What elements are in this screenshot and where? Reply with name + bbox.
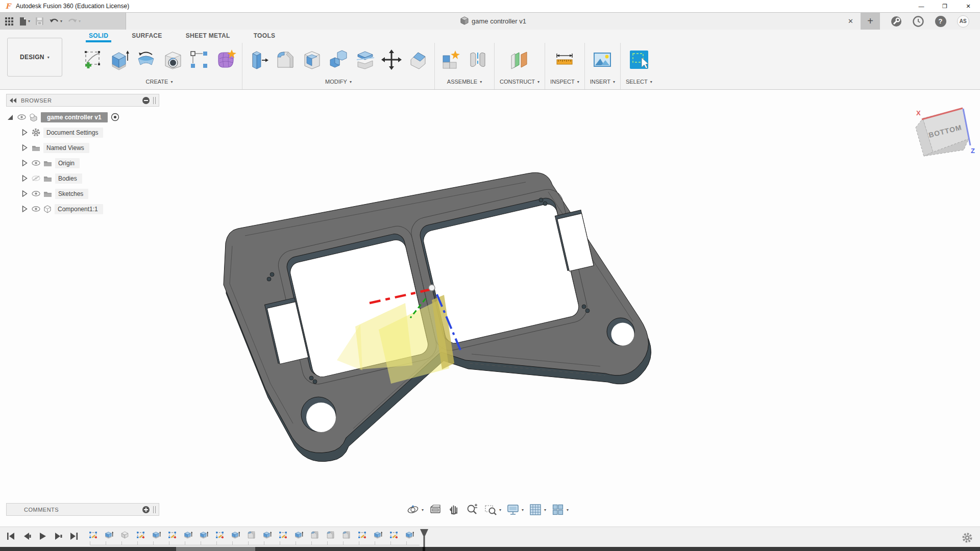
timeline-feature-extrude[interactable] (151, 530, 161, 540)
job-status-icon[interactable] (913, 16, 924, 27)
browser-item-label[interactable]: Origin (55, 158, 80, 168)
revolve-icon[interactable] (135, 48, 157, 71)
browser-item-label[interactable]: Component1:1 (55, 204, 103, 214)
timeline-feature-extrude[interactable] (373, 530, 383, 540)
extensions-icon[interactable] (891, 16, 902, 27)
pan-button[interactable] (447, 503, 460, 516)
new-tab-button[interactable]: + (861, 13, 880, 30)
save-button[interactable] (34, 15, 45, 27)
timeline-feature-extrude[interactable] (104, 530, 114, 540)
tab-solid[interactable]: SOLID (86, 32, 111, 40)
timeline-feature-sketch[interactable] (278, 530, 288, 540)
expand-arrow-icon[interactable] (20, 159, 29, 167)
rectangular-pattern-icon[interactable] (188, 48, 210, 71)
create-sketch-icon[interactable] (82, 48, 104, 71)
combine-icon[interactable] (327, 48, 350, 71)
add-comment-icon[interactable] (142, 506, 150, 514)
tab-tools[interactable]: TOOLS (251, 32, 279, 40)
app-grid-icon[interactable] (3, 15, 15, 28)
expand-arrow-icon[interactable] (20, 205, 29, 213)
visibility-eye-icon[interactable] (17, 114, 26, 120)
skip-to-end-button[interactable] (68, 531, 80, 542)
chevron-down-icon[interactable]: ▾ (567, 508, 569, 512)
play-button[interactable] (37, 531, 48, 542)
step-forward-button[interactable] (53, 531, 64, 542)
create-form-icon[interactable] (214, 48, 237, 71)
timeline-feature-extrude[interactable] (262, 530, 272, 540)
timeline-feature-sketch[interactable] (357, 530, 367, 540)
browser-item-document-settings[interactable]: Document Settings (6, 126, 159, 139)
panel-grip-handle[interactable] (153, 506, 156, 513)
hole-icon[interactable] (161, 48, 184, 71)
timeline-feature-extrude[interactable] (293, 530, 304, 540)
zoom-window-button[interactable]: ▾ (484, 503, 501, 516)
move-copy-icon[interactable] (380, 48, 403, 71)
shell-icon[interactable] (301, 48, 323, 71)
expand-arrow-icon[interactable] (20, 129, 29, 136)
viewcube-x-label[interactable]: X (916, 109, 921, 117)
timeline-feature-fillet[interactable] (325, 530, 335, 540)
joint-icon[interactable] (467, 48, 489, 71)
minimize-button[interactable]: — (910, 0, 933, 12)
sketch-origin-point[interactable] (429, 285, 435, 291)
browser-item-sketches[interactable]: Sketches (6, 187, 159, 200)
insert-image-icon[interactable] (591, 48, 614, 71)
workspace-selector[interactable]: DESIGN ▾ (7, 38, 62, 77)
timeline-settings-gear-icon[interactable] (962, 532, 973, 543)
panel-grip-handle[interactable] (153, 97, 156, 104)
browser-item-named-views[interactable]: Named Views (6, 141, 159, 154)
avatar[interactable]: AS (957, 15, 969, 28)
construct-group-label[interactable]: CONSTRUCT▾ (500, 77, 540, 87)
timeline-feature-sketch[interactable] (167, 530, 177, 540)
fillet-icon[interactable] (274, 48, 297, 71)
collapse-left-icon[interactable] (10, 98, 17, 103)
expand-arrow-icon[interactable] (20, 144, 29, 152)
browser-root-row[interactable]: game controller v1 (6, 111, 159, 123)
timeline-feature-sketch[interactable] (388, 530, 399, 540)
timeline-scrollbar-thumb[interactable] (176, 547, 255, 551)
select-group-label[interactable]: SELECT▾ (626, 77, 652, 87)
timeline-feature-sketch[interactable] (214, 530, 225, 540)
timeline-feature-box[interactable] (119, 530, 130, 540)
timeline-scrollbar[interactable] (0, 547, 980, 551)
inspect-group-label[interactable]: INSPECT▾ (550, 77, 579, 87)
skip-to-start-button[interactable] (5, 531, 16, 542)
assemble-group-label[interactable]: ASSEMBLE▾ (447, 77, 482, 87)
viewport[interactable]: BOTTOM X Z BROWSER game controller v1 (0, 90, 980, 527)
timeline-feature-sketch[interactable] (135, 530, 145, 540)
tab-surface[interactable]: SURFACE (129, 32, 165, 40)
undo-button[interactable]: ▾ (47, 16, 64, 27)
display-settings-button[interactable]: ▾ (506, 503, 524, 516)
chevron-down-icon[interactable]: ▾ (422, 508, 424, 512)
visibility-eye-icon[interactable] (32, 160, 40, 166)
document-tab[interactable]: game controller v1 ✕ (126, 13, 861, 30)
press-pull-icon[interactable] (248, 48, 270, 71)
viewports-button[interactable]: ▾ (551, 503, 569, 516)
look-at-button[interactable] (429, 503, 442, 516)
timeline-feature-fillet[interactable] (309, 530, 320, 540)
timeline-feature-extrude[interactable] (230, 530, 240, 540)
panel-collapse-icon[interactable] (142, 96, 150, 105)
timeline-playhead[interactable] (420, 529, 429, 547)
select-icon[interactable] (628, 48, 650, 71)
orbit-button[interactable]: ▾ (406, 503, 424, 516)
new-component-icon[interactable] (440, 48, 462, 71)
timeline-feature-extrude[interactable] (404, 530, 414, 540)
activate-component-icon[interactable] (111, 113, 119, 121)
visibility-eye-icon[interactable] (32, 191, 40, 196)
chevron-down-icon[interactable]: ▾ (544, 508, 546, 512)
file-menu-button[interactable]: ▾ (17, 15, 32, 28)
extrude-icon[interactable] (108, 48, 131, 71)
timeline-feature-extrude[interactable] (199, 530, 209, 540)
zoom-button[interactable] (465, 503, 479, 516)
restore-button[interactable]: ❐ (933, 0, 957, 12)
chevron-down-icon[interactable]: ▾ (499, 508, 501, 512)
measure-icon[interactable] (553, 48, 576, 71)
browser-item-origin[interactable]: Origin (6, 157, 159, 169)
grid-snap-button[interactable]: ▾ (529, 503, 546, 516)
tab-close-icon[interactable]: ✕ (848, 13, 853, 30)
delete-icon[interactable] (407, 48, 429, 71)
browser-item-label[interactable]: Bodies (55, 173, 82, 184)
step-back-button[interactable] (21, 531, 32, 542)
expanded-arrow-icon[interactable] (6, 114, 14, 121)
